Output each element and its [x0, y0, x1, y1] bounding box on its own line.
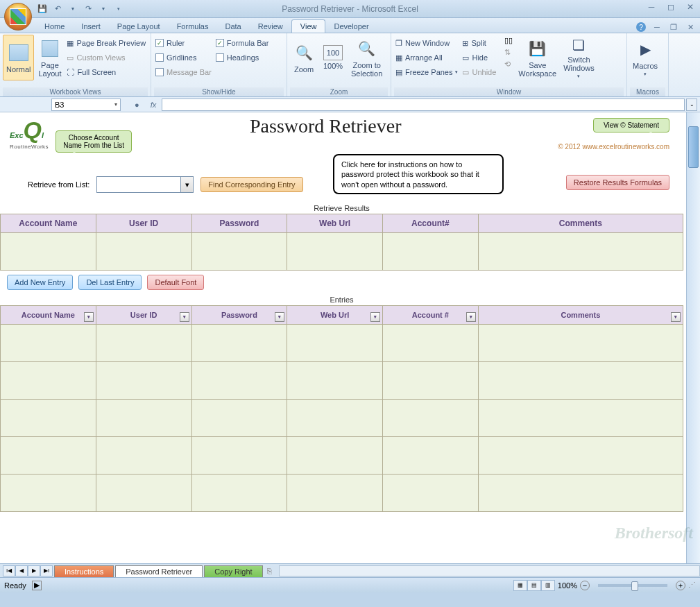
expand-formula-icon[interactable]: ⌄ — [686, 99, 697, 111]
tab-data[interactable]: Data — [216, 20, 249, 33]
formula-bar: B3 ● fx ⌄ — [0, 97, 700, 112]
sheet-tab-password-retriever[interactable]: Password Retriever — [115, 565, 203, 577]
tab-developer[interactable]: Developer — [325, 20, 377, 33]
headings-checkbox[interactable]: Headings — [216, 51, 269, 65]
tab-insert[interactable]: Insert — [73, 20, 109, 33]
tab-page-layout[interactable]: Page Layout — [109, 20, 169, 33]
macros-button[interactable]: ▶Macros▾ — [630, 35, 660, 80]
unhide-button[interactable]: ▭Unhide — [462, 65, 496, 79]
filter-icon[interactable]: ▾ — [84, 312, 94, 322]
formula-bar-checkbox[interactable]: ✓Formula Bar — [216, 36, 269, 50]
col-user-id[interactable]: User ID▾ — [96, 306, 191, 325]
doc-minimize-icon[interactable]: ─ — [651, 22, 663, 33]
table-row[interactable] — [1, 233, 683, 271]
col-account-num[interactable]: Account #▾ — [383, 306, 479, 325]
new-window-button[interactable]: ❐New Window — [395, 36, 458, 50]
table-row[interactable] — [1, 400, 683, 437]
vertical-scrollbar[interactable] — [686, 112, 700, 563]
sheet-tab-copy-right[interactable]: Copy Right — [204, 565, 262, 577]
dropdown-icon[interactable]: ▼ — [67, 3, 79, 15]
horizontal-scrollbar[interactable] — [279, 565, 700, 576]
fx-label[interactable]: fx — [151, 101, 157, 109]
maximize-button[interactable]: ◻ — [664, 1, 678, 12]
gridlines-checkbox[interactable]: Gridlines — [155, 51, 212, 65]
doc-restore-icon[interactable]: ❐ — [668, 22, 679, 33]
close-button[interactable]: ✕ — [683, 1, 697, 12]
view-statement-button[interactable]: View © Statement — [593, 118, 669, 132]
col-password[interactable]: Password▾ — [191, 306, 287, 325]
zoom-out-icon[interactable]: − — [580, 581, 590, 590]
prev-sheet-icon[interactable]: ◀ — [15, 565, 28, 576]
first-sheet-icon[interactable]: I◀ — [3, 565, 15, 576]
full-screen-button[interactable]: ⛶Full Screen — [67, 65, 146, 79]
name-box[interactable]: B3 — [51, 99, 121, 111]
view-side-icon[interactable]: ▯▯ — [504, 36, 513, 45]
retrieve-combo[interactable]: ▾ — [96, 176, 194, 193]
find-entry-button[interactable]: Find Corresponding Entry — [200, 177, 302, 192]
tab-review[interactable]: Review — [250, 20, 291, 33]
arrange-all-button[interactable]: ▦Arrange All — [395, 51, 458, 65]
office-button[interactable] — [4, 3, 32, 31]
table-row[interactable] — [1, 475, 683, 512]
col-comments[interactable]: Comments▾ — [478, 306, 683, 325]
zoom-100-button[interactable]: 100100% — [319, 35, 347, 80]
sync-scroll-icon[interactable]: ⇅ — [504, 48, 513, 57]
add-entry-button[interactable]: Add New Entry — [7, 275, 73, 290]
restore-formulas-button[interactable]: Restore Results Formulas — [566, 175, 669, 190]
zoom-slider[interactable] — [598, 584, 667, 587]
qat-customize-icon[interactable]: ▾ — [112, 3, 125, 15]
normal-view-icon[interactable]: ▦ — [513, 580, 527, 591]
table-row[interactable] — [1, 362, 683, 400]
instructions-box[interactable]: Click here for instructions on how to pa… — [333, 154, 504, 194]
split-button[interactable]: ⊞Split — [462, 36, 496, 50]
next-sheet-icon[interactable]: ▶ — [28, 565, 40, 576]
hide-button[interactable]: ▭Hide — [462, 51, 496, 65]
help-icon[interactable]: ? — [636, 22, 646, 32]
custom-views-button[interactable]: ▭Custom Views — [67, 51, 146, 65]
page-break-preview-button[interactable]: ▦Page Break Preview — [67, 36, 146, 50]
checkbox-icon — [216, 53, 224, 62]
new-sheet-icon[interactable]: ⎘ — [267, 567, 272, 575]
tab-view[interactable]: View — [291, 19, 326, 33]
tab-home[interactable]: Home — [36, 20, 73, 33]
default-font-button[interactable]: Default Font — [147, 275, 204, 290]
redo-icon[interactable]: ↷ — [82, 3, 94, 15]
message-bar-checkbox[interactable]: Message Bar — [155, 65, 212, 79]
freeze-panes-button[interactable]: ▤Freeze Panes▾ — [395, 65, 458, 79]
formula-input[interactable] — [162, 99, 685, 111]
doc-close-icon[interactable]: ✕ — [685, 22, 696, 33]
macro-record-icon[interactable]: ▶ — [32, 581, 42, 590]
reset-pos-icon[interactable]: ⟲ — [504, 60, 513, 69]
save-icon[interactable]: 💾 — [36, 3, 49, 15]
page-layout-view-icon[interactable]: ▤ — [527, 580, 541, 591]
ruler-checkbox[interactable]: ✓Ruler — [155, 36, 212, 50]
filter-icon[interactable]: ▾ — [275, 312, 284, 322]
zoom-level[interactable]: 100% — [558, 581, 577, 590]
col-account-name[interactable]: Account Name▾ — [1, 306, 96, 325]
del-entry-button[interactable]: Del Last Entry — [78, 275, 142, 290]
dropdown-icon[interactable]: ▼ — [97, 3, 110, 15]
filter-icon[interactable]: ▾ — [180, 312, 189, 322]
sheet-tab-instructions[interactable]: Instructions — [54, 565, 114, 577]
minimize-button[interactable]: ─ — [644, 1, 658, 12]
filter-icon[interactable]: ▾ — [370, 312, 380, 322]
dropdown-icon[interactable]: ▾ — [180, 177, 193, 192]
zoom-in-icon[interactable]: + — [676, 581, 685, 590]
filter-icon[interactable]: ▾ — [671, 312, 681, 322]
zoom-selection-button[interactable]: 🔍Zoom to Selection — [348, 35, 385, 80]
switch-windows-button[interactable]: ❏Switch Windows▾ — [561, 35, 597, 80]
resize-grip-icon[interactable]: ⋰ — [688, 581, 696, 590]
table-row[interactable] — [1, 325, 683, 362]
tab-formulas[interactable]: Formulas — [169, 20, 217, 33]
save-workspace-button[interactable]: 💾Save Workspace — [515, 35, 559, 80]
last-sheet-icon[interactable]: ▶I — [40, 565, 53, 576]
page-break-view-icon[interactable]: ▥ — [541, 580, 555, 591]
table-row[interactable] — [1, 437, 683, 475]
undo-icon[interactable]: ↶ — [51, 3, 64, 15]
filter-icon[interactable]: ▾ — [466, 312, 476, 322]
page-layout-button[interactable]: Page Layout — [35, 35, 64, 80]
normal-view-button[interactable]: Normal — [3, 35, 34, 80]
zoom-button[interactable]: 🔍Zoom — [290, 35, 318, 80]
fx-icon[interactable]: ● — [135, 101, 139, 109]
col-web-url[interactable]: Web Url▾ — [287, 306, 383, 325]
